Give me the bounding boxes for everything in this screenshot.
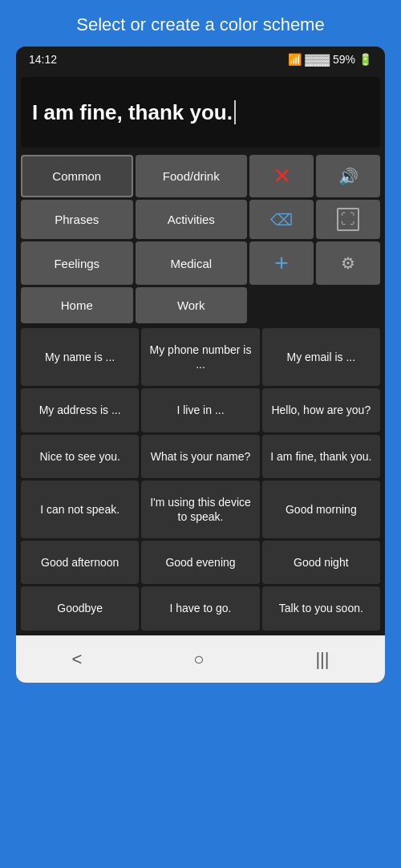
phrase-talk-soon[interactable]: Talk to you soon.	[262, 586, 380, 630]
phrase-hello-how[interactable]: Hello, how are you?	[262, 388, 380, 432]
phrase-cannot-speak[interactable]: I can not speak.	[21, 481, 139, 538]
phrase-good-evening[interactable]: Good evening	[141, 541, 259, 584]
phrase-live-in[interactable]: I live in ...	[141, 388, 259, 432]
category-food-drink[interactable]: Food/drink	[136, 155, 248, 197]
status-bar: 14:12 📶 ▓▓▓ 59% 🔋	[16, 47, 385, 72]
wifi-icon: 📶	[288, 53, 302, 66]
back-button[interactable]: <	[55, 646, 98, 673]
status-time: 14:12	[29, 53, 57, 66]
battery-icon: 🔋	[358, 53, 372, 66]
delete-button[interactable]: ⌫	[249, 200, 314, 239]
phrase-nice-to-see[interactable]: Nice to see you.	[21, 435, 139, 478]
category-grid: Common Food/drink ✕ 🔊 Phrases Activities…	[16, 152, 385, 326]
phrase-my-name[interactable]: My name is ...	[21, 328, 139, 386]
phrase-email[interactable]: My email is ...	[262, 328, 380, 386]
category-common[interactable]: Common	[21, 155, 133, 197]
status-right: 📶 ▓▓▓ 59% 🔋	[288, 53, 372, 66]
text-cursor	[234, 100, 236, 124]
category-work[interactable]: Work	[136, 287, 248, 323]
text-display: I am fine, thank you.	[21, 77, 380, 148]
speaker-button[interactable]: 🔊	[316, 155, 380, 197]
phrase-grid: My name is ... My phone number is ... My…	[16, 326, 385, 635]
phrase-goodbye[interactable]: Goodbye	[21, 586, 139, 630]
phrase-good-afternoon[interactable]: Good afternoon	[21, 541, 139, 584]
phrase-phone-number[interactable]: My phone number is ...	[141, 328, 259, 386]
signal-icon: ▓▓▓	[305, 53, 330, 66]
display-text: I am fine, thank you.	[32, 100, 233, 125]
add-icon: +	[274, 249, 289, 277]
phrase-using-device[interactable]: I'm using this device to speak.	[141, 481, 259, 538]
close-button[interactable]: ✕	[249, 155, 314, 197]
phrase-good-morning[interactable]: Good morning	[262, 481, 380, 538]
phrase-good-night[interactable]: Good night	[262, 541, 380, 584]
expand-icon: ⛶	[337, 208, 359, 231]
category-feelings[interactable]: Feelings	[21, 241, 133, 285]
phrase-what-name[interactable]: What is your name?	[141, 435, 259, 478]
battery-level: 59%	[333, 53, 355, 66]
close-icon: ✕	[273, 163, 291, 189]
add-button[interactable]: +	[249, 241, 314, 285]
nav-bar: < ○ |||	[16, 635, 385, 683]
category-home[interactable]: Home	[21, 287, 133, 323]
category-medical[interactable]: Medical	[136, 241, 248, 285]
delete-icon: ⌫	[270, 210, 293, 229]
gear-icon: ⚙	[341, 254, 355, 273]
category-phrases[interactable]: Phrases	[21, 200, 133, 239]
header-title: Select or create a color scheme	[16, 14, 385, 35]
category-activities[interactable]: Activities	[136, 200, 248, 239]
phone-frame: 14:12 📶 ▓▓▓ 59% 🔋 I am fine, thank you. …	[16, 47, 385, 683]
phrase-i-am-fine[interactable]: I am fine, thank you.	[262, 435, 380, 478]
phrase-address[interactable]: My address is ...	[21, 388, 139, 432]
app-header: Select or create a color scheme	[0, 0, 401, 47]
home-button[interactable]: ○	[177, 646, 220, 673]
settings-button[interactable]: ⚙	[316, 241, 380, 285]
expand-button[interactable]: ⛶	[316, 200, 380, 239]
recents-button[interactable]: |||	[299, 646, 345, 673]
speaker-icon: 🔊	[338, 167, 358, 186]
phrase-have-to-go[interactable]: I have to go.	[141, 586, 259, 630]
